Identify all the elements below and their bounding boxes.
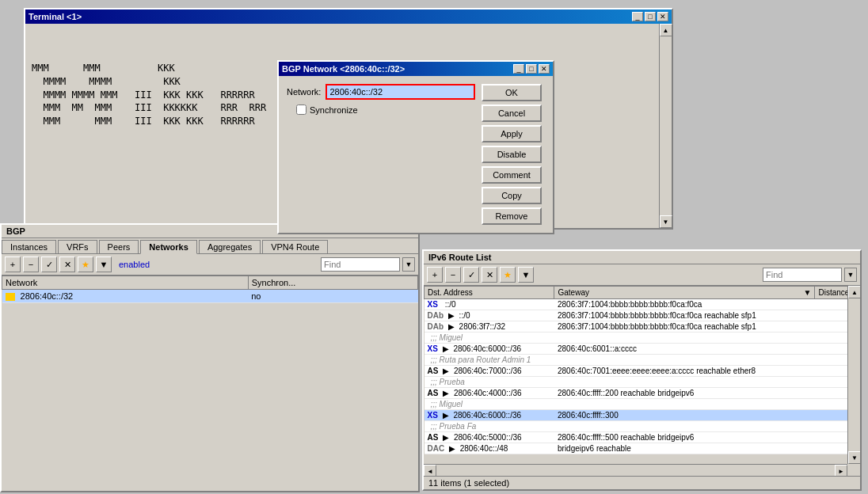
route-row[interactable]: ;;; Prueba <box>424 377 860 388</box>
route-row[interactable]: AS ▶ 2806:40c:4000::/36 2806:40c:ffff::2… <box>424 388 860 399</box>
route-row[interactable]: XS ::/0 2806:3f7:1004:bbbb:bbbb:bbbb:f0c… <box>424 299 860 310</box>
check-btn[interactable]: ✓ <box>41 256 57 272</box>
synchronize-label: Synchronize <box>310 105 358 115</box>
cell-gw: 2806:3f7:1004:bbbb:bbbb:bbbb:f0ca:f0ca r… <box>554 321 815 332</box>
ipv6-scroll-up[interactable]: ▲ <box>848 286 860 298</box>
synchronize-checkbox[interactable] <box>296 104 306 115</box>
ipv6-check-btn[interactable]: ✓ <box>463 267 479 283</box>
ipv6-x-btn[interactable]: ✕ <box>482 267 497 283</box>
tab-vpn4route[interactable]: VPN4 Route <box>262 240 328 253</box>
bgp-table-container: Network Synchron... 2806:40c::/32 no <box>2 276 418 434</box>
route-row[interactable]: ;;; Miguel <box>424 332 860 344</box>
ok-button[interactable]: OK <box>482 84 542 101</box>
ipv6-status-text: 11 items (1 selected) <box>428 478 509 488</box>
cell-gw: 2806:3f7:1004:bbbb:bbbb:bbbb:f0ca:f0ca r… <box>554 310 815 321</box>
terminal-close-btn[interactable]: ✕ <box>657 12 668 21</box>
remove-button[interactable]: Remove <box>482 207 542 225</box>
cell-tag-dst: DAb ▶ ::/0 <box>424 310 554 321</box>
terminal-minimize-btn[interactable]: _ <box>632 12 643 21</box>
ipv6-route-table: Dst. Address Gateway ▼ Distance XS ::/0 … <box>424 286 860 454</box>
ipv6-add-btn[interactable]: + <box>427 267 443 283</box>
comment-button[interactable]: Comment <box>482 166 542 184</box>
comment-cell: ;;; Prueba <box>424 377 860 388</box>
col-dst: Dst. Address <box>424 287 554 299</box>
ipv6-scroll-down[interactable]: ▼ <box>848 451 860 464</box>
tab-networks[interactable]: Networks <box>140 240 197 254</box>
x-btn[interactable]: ✕ <box>59 256 75 272</box>
bgp-dialog-title: BGP Network <2806:40c::/32> <box>282 64 405 74</box>
dialog-minimize-btn[interactable]: _ <box>513 64 524 74</box>
cell-gw: 2806:40c:6001::a:cccc <box>554 344 815 355</box>
tab-bar: Instances VRFs Peers Networks Aggregates… <box>2 238 418 254</box>
dialog-body: Network: Synchronize OK Cancel Apply Dis… <box>279 76 553 233</box>
cancel-button[interactable]: Cancel <box>482 104 542 122</box>
tab-vrfs[interactable]: VRFs <box>58 240 97 253</box>
remove-btn[interactable]: − <box>23 256 39 272</box>
tab-instances[interactable]: Instances <box>2 240 56 253</box>
dialog-left-panel: Network: Synchronize <box>287 84 475 225</box>
dialog-buttons: OK Cancel Apply Disable Comment Copy Rem… <box>482 84 545 225</box>
ipv6-status-bar: 11 items (1 selected) <box>424 476 860 489</box>
route-row[interactable]: DAb ▶ ::/0 2806:3f7:1004:bbbb:bbbb:bbbb:… <box>424 310 860 321</box>
apply-button[interactable]: Apply <box>482 125 542 142</box>
bgp-dialog: BGP Network <2806:40c::/32> _ □ ✕ Networ… <box>277 60 554 234</box>
col-sync: Synchron... <box>248 276 417 290</box>
find-arrow[interactable]: ▼ <box>402 257 415 272</box>
ipv6-hscroll-container: ◄ ► <box>424 464 860 477</box>
terminal-titlebar: Terminal <1> _ □ ✕ <box>25 10 672 24</box>
tab-aggregates[interactable]: Aggregates <box>199 240 261 253</box>
comment-cell: ;;; Miguel <box>424 399 860 410</box>
dialog-maximize-btn[interactable]: □ <box>526 64 537 74</box>
bgp-table: Network Synchron... 2806:40c::/32 no <box>2 276 418 303</box>
cell-tag-dst: XS ::/0 <box>424 299 554 310</box>
route-row[interactable]: AS ▶ 2806:40c:7000::/36 2806:40c:7001:ee… <box>424 366 860 377</box>
ipv6-filter-btn[interactable]: ▼ <box>518 267 534 283</box>
status-text: enabled <box>119 260 150 269</box>
disable-button[interactable]: Disable <box>482 146 542 163</box>
cell-gw: 2806:40c:7001:eeee:eeee:eeee:a:cccc reac… <box>554 366 815 377</box>
dialog-controls: _ □ ✕ <box>513 64 550 74</box>
route-row[interactable]: ;;; Miguel <box>424 399 860 410</box>
scroll-up[interactable]: ▲ <box>660 24 672 36</box>
table-row[interactable]: 2806:40c::/32 no <box>2 290 418 303</box>
star-btn[interactable]: ★ <box>78 256 93 272</box>
comment-cell: ;;; Miguel <box>424 332 860 344</box>
cell-tag-dst: XS ▶ 2806:40c:6000::/36 <box>424 344 554 355</box>
ipv6-remove-btn[interactable]: − <box>445 267 461 283</box>
cell-sync: no <box>248 290 417 303</box>
ipv6-panel: IPv6 Route List + − ✓ ✕ ★ ▼ ▼ Dst. Addre… <box>422 249 862 491</box>
terminal-maximize-btn[interactable]: □ <box>645 12 656 21</box>
scroll-down[interactable]: ▼ <box>660 215 672 228</box>
route-row[interactable]: ;;; Ruta para Router Admin 1 <box>424 355 860 366</box>
col-gateway: Gateway ▼ <box>554 287 815 299</box>
route-row[interactable]: ;;; Prueba Fa <box>424 421 860 432</box>
filter-btn[interactable]: ▼ <box>96 256 112 272</box>
terminal-title: Terminal <1> <box>29 12 82 21</box>
copy-button[interactable]: Copy <box>482 187 542 204</box>
route-row[interactable]: AS ▶ 2806:40c:5000::/36 2806:40c:ffff::5… <box>424 432 860 443</box>
cell-tag-dst: DAC ▶ 2806:40c::/48 <box>424 443 554 454</box>
cell-gw: 2806:40c:ffff::300 <box>554 410 815 421</box>
route-row[interactable]: DAb ▶ 2806:3f7::/32 2806:3f7:1004:bbbb:b… <box>424 321 860 332</box>
route-row[interactable]: DAC ▶ 2806:40c::/48 bridgeipv6 reachable <box>424 443 860 454</box>
ipv6-scrollbar[interactable]: ▲ ▼ <box>847 286 860 464</box>
bgp-panel: BGP Instances VRFs Peers Networks Aggreg… <box>0 223 420 492</box>
route-row[interactable]: XS ▶ 2806:40c:6000::/36 2806:40c:6001::a… <box>424 344 860 355</box>
bgp-find-input[interactable] <box>321 257 400 272</box>
bgp-toolbar: + − ✓ ✕ ★ ▼ enabled ▼ <box>2 254 418 276</box>
comment-cell: ;;; Prueba Fa <box>424 421 860 432</box>
cell-tag-dst: AS ▶ 2806:40c:7000::/36 <box>424 366 554 377</box>
tab-peers[interactable]: Peers <box>99 240 139 253</box>
ipv6-scroll-track <box>848 298 860 451</box>
ipv6-hscrollbar[interactable]: ◄ ► <box>424 464 847 477</box>
terminal-controls: _ □ ✕ <box>632 12 668 21</box>
ipv6-star-btn[interactable]: ★ <box>500 267 516 283</box>
network-input[interactable] <box>326 84 475 100</box>
terminal-scrollbar[interactable]: ▲ ▼ <box>659 24 672 228</box>
add-btn[interactable]: + <box>5 256 21 272</box>
route-row[interactable]: XS ▶ 2806:40c:6000::/36 2806:40c:ffff::3… <box>424 410 860 421</box>
ipv6-find-input[interactable] <box>763 268 842 282</box>
cell-tag-dst: DAb ▶ 2806:3f7::/32 <box>424 321 554 332</box>
dialog-close-btn[interactable]: ✕ <box>539 64 550 74</box>
ipv6-find-arrow[interactable]: ▼ <box>844 268 857 282</box>
